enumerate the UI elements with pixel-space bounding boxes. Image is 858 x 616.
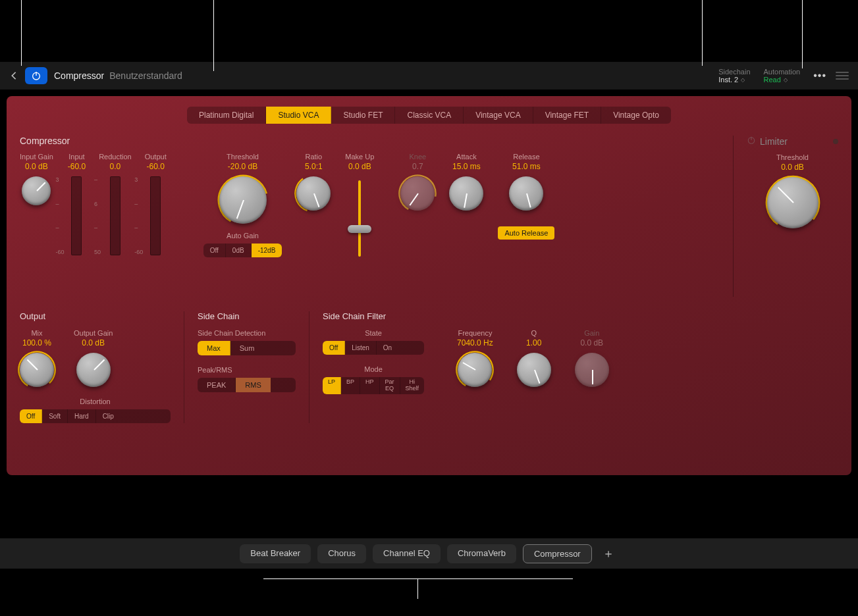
makeup-slider[interactable] xyxy=(358,180,361,257)
more-button[interactable]: ••• xyxy=(813,70,826,82)
limiter-threshold-param: Threshold 0.0 dB xyxy=(747,153,838,228)
model-tab-platinum-digital[interactable]: Platinum Digital xyxy=(187,107,266,124)
state-seg-on[interactable]: On xyxy=(377,341,398,355)
plugin-header: Compressor Benutzerstandard Sidechain In… xyxy=(0,62,858,90)
detection-seg-sum[interactable]: Sum xyxy=(230,341,264,355)
power-button[interactable] xyxy=(25,67,47,84)
knee-knob[interactable] xyxy=(400,176,435,211)
model-tab-vintage-vca[interactable]: Vintage VCA xyxy=(464,107,533,124)
mode-segmented: LPBPHPParEQHiShelf xyxy=(323,377,424,394)
mix-value: 100.0 % xyxy=(22,338,51,347)
meter-tick: -60 xyxy=(55,249,64,255)
callout-line xyxy=(21,0,22,66)
frequency-knob[interactable] xyxy=(458,353,492,387)
attack-knob[interactable] xyxy=(449,176,483,211)
back-button[interactable] xyxy=(9,71,18,80)
limiter-threshold-label: Threshold xyxy=(776,153,809,161)
state-seg-listen[interactable]: Listen xyxy=(345,341,377,355)
scgain-value: 0.0 dB xyxy=(580,338,603,347)
ratio-knob[interactable] xyxy=(296,176,331,211)
auto-gain-label: Auto Gain xyxy=(227,232,259,240)
peakrms-seg-peak[interactable]: PEAK xyxy=(198,378,236,392)
release-knob[interactable] xyxy=(509,176,543,211)
mode-seg-par-eq[interactable]: ParEQ xyxy=(380,377,400,394)
distortion-seg-hard[interactable]: Hard xyxy=(68,409,96,423)
ratio-label: Ratio xyxy=(306,153,323,161)
output-meter-value: -60.0 xyxy=(147,162,165,171)
meter-tick: – xyxy=(55,201,64,207)
mode-seg-hp[interactable]: HP xyxy=(360,377,380,394)
auto-gain-seg-off[interactable]: Off xyxy=(203,244,226,257)
q-value: 1.00 xyxy=(526,338,541,347)
auto-gain-seg--12db[interactable]: -12dB xyxy=(252,244,282,257)
detection-seg-max[interactable]: Max xyxy=(198,341,230,355)
model-tab-studio-vca[interactable]: Studio VCA xyxy=(266,107,331,124)
meter-tick: – xyxy=(94,176,101,183)
output-gain-label: Output Gain xyxy=(74,329,113,337)
callout-line xyxy=(213,0,214,71)
drag-handle[interactable] xyxy=(836,72,849,80)
callout-brace xyxy=(263,578,573,579)
output-gain-param: Output Gain 0.0 dB xyxy=(74,329,113,387)
mode-seg-lp[interactable]: LP xyxy=(323,377,341,394)
threshold-label: Threshold xyxy=(227,153,259,161)
fx-chip-compressor[interactable]: Compressor xyxy=(523,544,592,563)
mode-seg-bp[interactable]: BP xyxy=(341,377,360,394)
updown-icon: ◇ xyxy=(784,77,787,83)
scfilter-mode-label: Mode xyxy=(323,365,424,373)
model-tab-vintage-opto[interactable]: Vintage Opto xyxy=(601,107,671,124)
reduction-meter-value: 0.0 xyxy=(110,162,121,171)
limiter-threshold-knob[interactable] xyxy=(767,177,818,228)
q-label: Q xyxy=(531,329,537,337)
preset-name[interactable]: Benutzerstandard xyxy=(109,70,182,81)
mix-knob[interactable] xyxy=(20,353,54,387)
release-value: 51.0 ms xyxy=(512,162,541,171)
meter-tick: – xyxy=(134,224,143,231)
scgain-knob[interactable] xyxy=(575,353,609,387)
input-meter-label: Input xyxy=(68,153,84,161)
fx-chip-channel-eq[interactable]: Channel EQ xyxy=(373,544,441,563)
state-seg-off[interactable]: Off xyxy=(323,341,345,355)
auto-gain-seg-0db[interactable]: 0dB xyxy=(226,244,252,257)
fx-chip-chromaverb[interactable]: ChromaVerb xyxy=(447,544,516,563)
input-gain-param: Input Gain 0.0 dB xyxy=(20,153,53,205)
scgain-param: Gain 0.0 dB xyxy=(575,329,609,387)
model-tab-studio-fet[interactable]: Studio FET xyxy=(331,107,395,124)
mix-label: Mix xyxy=(31,329,42,337)
scgain-label: Gain xyxy=(584,329,599,337)
threshold-knob[interactable] xyxy=(219,176,267,224)
sidechain-title: Side Chain xyxy=(198,311,296,321)
add-fx-button[interactable]: ＋ xyxy=(599,546,618,561)
auto-release-button[interactable]: Auto Release xyxy=(498,226,554,240)
peakrms-seg-rms[interactable]: RMS xyxy=(236,378,270,392)
sidechain-selector[interactable]: Sidechain Inst. 2◇ xyxy=(718,68,750,84)
limiter-power-button[interactable] xyxy=(747,136,756,147)
meter-tick: 3 xyxy=(55,176,64,183)
mode-seg-hi-shelf[interactable]: HiShelf xyxy=(400,377,425,394)
callout-line xyxy=(802,0,803,68)
plugin-panel: Platinum DigitalStudio VCAStudio FETClas… xyxy=(7,96,851,475)
callout-line xyxy=(702,0,703,66)
input-gain-value: 0.0 dB xyxy=(25,162,48,171)
automation-selector[interactable]: Automation Read◇ xyxy=(764,68,801,84)
ratio-value: 5.0:1 xyxy=(305,162,323,171)
meter-tick: -60 xyxy=(134,249,143,255)
distortion-label: Distortion xyxy=(20,398,171,405)
peakrms-segmented: PEAKRMS xyxy=(198,378,296,392)
fx-chip-chorus[interactable]: Chorus xyxy=(317,544,366,563)
input-gain-knob[interactable] xyxy=(22,176,51,205)
model-tab-vintage-fet[interactable]: Vintage FET xyxy=(533,107,601,124)
distortion-seg-clip[interactable]: Clip xyxy=(96,409,121,423)
output-title: Output xyxy=(20,311,171,321)
output-gain-knob[interactable] xyxy=(76,353,111,387)
knee-value: 0.7 xyxy=(412,162,423,171)
fx-chip-beat-breaker[interactable]: Beat Breaker xyxy=(240,544,311,563)
fx-chain-bar: Beat BreakerChorusChannel EQChromaVerbCo… xyxy=(0,538,858,569)
model-tab-classic-vca[interactable]: Classic VCA xyxy=(395,107,464,124)
input-meter-value: -60.0 xyxy=(68,162,86,171)
reduction-meter-label: Reduction xyxy=(99,153,132,161)
distortion-seg-off[interactable]: Off xyxy=(20,409,42,423)
distortion-seg-soft[interactable]: Soft xyxy=(42,409,68,423)
q-knob[interactable] xyxy=(517,353,551,387)
limiter-indicator xyxy=(833,139,838,144)
